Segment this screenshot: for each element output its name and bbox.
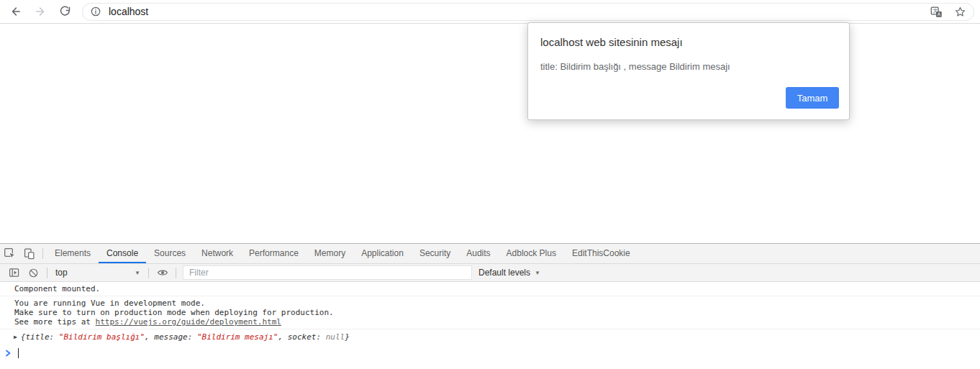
- divider: [148, 268, 149, 278]
- back-icon: [9, 5, 22, 18]
- object-token: {title:: [21, 332, 59, 342]
- console-output: Component mounted. You are running Vue i…: [0, 282, 980, 358]
- tab-security[interactable]: Security: [412, 244, 458, 263]
- console-message: Component mounted.: [0, 282, 980, 296]
- ok-button[interactable]: Tamam: [786, 87, 839, 109]
- object-token-string: "Bildirim başlığı": [59, 332, 145, 342]
- console-message-text: Component mounted.: [14, 284, 979, 293]
- text-cursor: [18, 348, 19, 358]
- url-text[interactable]: localhost: [109, 6, 930, 17]
- object-token-null: null: [326, 332, 345, 342]
- execution-context-selector[interactable]: top ▼: [51, 268, 145, 278]
- device-toolbar-button[interactable]: [19, 244, 39, 263]
- log-levels-selector[interactable]: Default levels ▼: [478, 268, 540, 278]
- object-token-string: "Bildirim mesajı": [197, 332, 278, 342]
- console-message: You are running Vue in development mode.…: [0, 296, 980, 329]
- console-sidebar-toggle[interactable]: [4, 267, 24, 278]
- bookmark-star-icon[interactable]: [954, 6, 966, 18]
- disclosure-triangle-icon[interactable]: ▶: [14, 332, 17, 342]
- address-bar[interactable]: localhost 文 A: [82, 3, 974, 21]
- divider: [176, 268, 176, 278]
- console-message-text: See more tips at https://vuejs.org/guide…: [14, 317, 979, 327]
- object-token: }: [345, 332, 350, 342]
- tab-adblock-plus[interactable]: Adblock Plus: [499, 244, 564, 263]
- chevron-down-icon: ▼: [135, 270, 140, 276]
- link-prefix-text: See more tips at: [14, 317, 96, 327]
- object-token: , socket:: [278, 332, 325, 342]
- object-preview: {title: "Bildirim başlığı", message: "Bi…: [21, 332, 350, 342]
- object-token: , message:: [145, 332, 197, 342]
- reload-button[interactable]: [55, 1, 75, 22]
- eye-icon: [157, 267, 168, 278]
- inspect-cursor-icon: [4, 247, 16, 260]
- sidebar-panel-icon: [9, 267, 20, 278]
- device-toolbar-icon: [23, 247, 35, 260]
- tab-sources[interactable]: Sources: [146, 244, 194, 263]
- browser-toolbar: localhost 文 A: [0, 0, 980, 24]
- context-label: top: [55, 268, 68, 278]
- chevron-down-icon: ▼: [535, 270, 540, 276]
- console-prompt[interactable]: [0, 345, 980, 358]
- tab-audits[interactable]: Audits: [458, 244, 498, 263]
- devtools-tabbar: Elements Console Sources Network Perform…: [0, 244, 980, 264]
- tab-application[interactable]: Application: [353, 244, 412, 263]
- prompt-chevron-icon: [5, 349, 12, 357]
- console-message-text: Make sure to turn on production mode whe…: [14, 308, 979, 317]
- tab-editthiscookie[interactable]: EditThisCookie: [564, 244, 638, 263]
- log-levels-label: Default levels: [478, 268, 530, 278]
- tab-performance[interactable]: Performance: [241, 244, 307, 263]
- inspect-element-button[interactable]: [0, 244, 19, 263]
- tab-memory[interactable]: Memory: [307, 244, 353, 263]
- dialog-title: localhost web sitesinin mesajı: [540, 36, 683, 48]
- translate-icon[interactable]: 文 A: [930, 6, 943, 18]
- console-toolbar: top ▼ Default levels ▼: [0, 264, 980, 282]
- tab-elements[interactable]: Elements: [47, 244, 99, 263]
- page-info-icon[interactable]: [90, 6, 101, 17]
- tab-network[interactable]: Network: [194, 244, 241, 263]
- console-message-text: You are running Vue in development mode.: [14, 299, 979, 308]
- clear-console-button[interactable]: [24, 268, 43, 278]
- live-expression-button[interactable]: [153, 267, 172, 278]
- tab-console[interactable]: Console: [99, 244, 146, 263]
- console-object-message: ▶ {title: "Bildirim başlığı", message: "…: [0, 329, 980, 345]
- divider: [47, 268, 47, 278]
- back-button[interactable]: [6, 1, 26, 22]
- dialog-message: title: Bildirim başlığı , message Bildir…: [540, 61, 730, 72]
- svg-text:A: A: [938, 12, 941, 17]
- console-filter-input[interactable]: [183, 265, 472, 280]
- clear-console-icon: [28, 268, 39, 278]
- divider: [42, 248, 43, 259]
- reload-icon: [59, 6, 71, 18]
- forward-icon: [34, 5, 47, 18]
- forward-button[interactable]: [30, 1, 50, 22]
- deployment-guide-link[interactable]: https://vuejs.org/guide/deployment.html: [96, 317, 281, 327]
- alert-dialog: localhost web sitesinin mesajı title: Bi…: [527, 22, 850, 120]
- browser-window: localhost 文 A localhost web sitesinin me…: [0, 0, 980, 369]
- devtools-panel: Elements Console Sources Network Perform…: [0, 243, 980, 369]
